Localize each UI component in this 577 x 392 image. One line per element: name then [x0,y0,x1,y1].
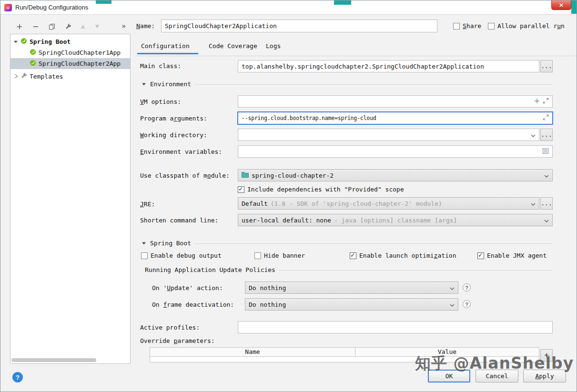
jre-combobox[interactable]: Default (1.8 - SDK of 'spring-cloud-chap… [238,197,539,210]
move-down-button[interactable] [92,22,102,31]
shorten-hint: - java [options] classname [args] [334,217,541,224]
chevron-down-icon[interactable] [450,284,455,291]
desktop-artifact [334,0,351,5]
on-update-action-select[interactable]: Do nothing [245,281,458,294]
on-frame-help-icon[interactable]: ? [463,300,471,308]
vm-options-input[interactable] [238,95,553,108]
active-profiles-input[interactable] [238,321,553,333]
main-class-input[interactable]: top.alanshelby.springcloudchapter2.Sprin… [238,60,539,72]
allow-parallel-run-checkbox[interactable]: Allow parallel run [488,22,565,30]
module-icon [242,171,249,179]
enable-jmx-agent-label: Enable JMX agent [487,252,547,259]
share-checkbox[interactable]: Share [453,22,481,30]
spring-boot-section-label: Spring Boot [150,240,191,247]
checkbox-icon [350,252,356,259]
working-directory-browse-button[interactable]: ... [540,129,553,141]
on-frame-deactivation-value: Do nothing [249,301,447,308]
active-profiles-label: Active profiles: [140,324,200,332]
run-debug-configurations-dialog: IJ Run/Debug Configurations × » Spring B… [0,0,577,392]
move-up-button[interactable] [78,22,88,31]
enable-debug-output-checkbox[interactable]: Enable debug output [141,252,222,259]
tree-item-label: SpringCloudChapter2App [39,60,121,67]
enable-launch-optimization-checkbox[interactable]: Enable launch optimization [350,252,456,259]
add-icon[interactable] [534,98,540,105]
remove-configuration-button[interactable] [31,22,40,31]
enable-launch-optimization-label: Enable launch optimization [359,252,456,259]
window-title: Run/Debug Configurations [15,4,88,11]
enable-debug-output-label: Enable debug output [151,252,222,259]
jre-value: Default [242,200,268,207]
provided-scope-checkbox[interactable]: Include dependencies with "Provided" sco… [238,186,404,193]
collapse-arrow-icon[interactable] [14,73,18,80]
expand-icon[interactable] [543,98,549,105]
watermark: 知乎 @AlanShelby [415,353,574,374]
main-class-browse-button[interactable]: ... [540,60,553,72]
spring-boot-section-toggle[interactable]: Spring Boot [142,240,191,247]
environment-section-toggle[interactable]: Environment [142,80,191,88]
add-configuration-button[interactable] [15,22,24,31]
hide-banner-label: Hide banner [264,252,305,259]
on-frame-deactivation-label: On frame deactivation: [152,301,234,309]
hide-banner-checkbox[interactable]: Hide banner [254,252,305,259]
expand-icon[interactable] [543,114,549,122]
tabs-separator [135,56,577,56]
chevron-down-icon[interactable] [544,172,549,179]
working-directory-combobox[interactable] [238,129,539,141]
allow-parallel-run-label: Allow parallel run [497,22,565,30]
tree-item-label: SpringCloudChapter1App [39,49,121,56]
jre-browse-button[interactable]: ... [540,197,553,210]
browse-variables-icon[interactable] [542,148,549,156]
edit-templates-button[interactable] [63,22,73,31]
chevron-down-icon[interactable] [450,301,455,308]
spring-boot-icon [20,38,27,46]
tab-configuration[interactable]: Configuration [141,42,190,50]
tree-item-spring-boot[interactable]: Spring Boot [10,36,130,47]
main-class-label: Main class: [140,62,181,70]
checkbox-icon [254,252,261,259]
tree-item-chapter2[interactable]: SpringCloudChapter2App [10,58,130,69]
tree-item-label: Templates [30,73,63,80]
share-label: Share [463,22,481,30]
section-rule [279,270,553,271]
copy-configuration-button[interactable] [47,22,57,31]
program-arguments-value: --spring.cloud.bootstrap.name=spring-clo… [242,115,540,121]
checkbox-icon [453,23,460,30]
module-combobox[interactable]: spring-cloud-chapter-2 [238,169,553,181]
tree-horizontal-scrollbar[interactable] [11,358,96,362]
on-frame-deactivation-select[interactable]: Do nothing [245,298,458,311]
on-update-help-icon[interactable]: ? [463,283,471,291]
on-update-action-value: Do nothing [249,284,447,291]
tab-code-coverage[interactable]: Code Coverage [209,42,257,50]
spring-boot-icon [30,60,36,68]
window-titlebar: IJ Run/Debug Configurations × [0,0,577,15]
environment-variables-label: Environment variables: [140,148,222,156]
name-input[interactable]: SpringCloudChapter2Application [161,20,437,32]
working-directory-label: Working directory: [140,131,207,139]
tree-item-chapter1[interactable]: SpringCloudChapter1App [10,47,130,58]
name-label: Name: [136,22,155,30]
chevron-down-icon[interactable] [544,217,549,224]
desktop-artifact [96,0,111,4]
tree-item-templates[interactable]: Templates [10,71,130,82]
section-rule [194,243,553,244]
update-policies-title: Running Application Update Policies [145,266,275,274]
help-button[interactable]: ? [12,372,23,382]
module-value: spring-cloud-chapter-2 [252,172,541,179]
jre-hint: (1.8 - SDK of 'spring-cloud-chapter-2' m… [271,200,528,207]
tab-logs[interactable]: Logs [266,42,281,50]
app-icon: IJ [4,4,12,11]
enable-jmx-agent-checkbox[interactable]: Enable JMX agent [477,252,547,259]
main-class-value: top.alanshelby.springcloudchapter2.Sprin… [242,63,484,70]
tree-item-label: Spring Boot [30,38,71,45]
section-rule [194,84,553,85]
chevron-down-icon[interactable] [531,200,536,207]
expand-arrow-icon[interactable] [13,38,18,45]
toolbar-overflow-button[interactable]: » [121,22,126,30]
config-tree: Spring Boot SpringCloudChapter1App Sprin… [10,34,131,364]
chevron-down-icon[interactable] [531,131,536,139]
program-arguments-input[interactable]: --spring.cloud.bootstrap.name=spring-clo… [237,111,553,125]
close-button[interactable]: × [551,0,571,10]
environment-variables-input[interactable] [238,145,553,158]
shorten-command-line-combobox[interactable]: user-local default: none - java [options… [238,214,553,226]
table-header-name[interactable]: Name [150,348,355,356]
